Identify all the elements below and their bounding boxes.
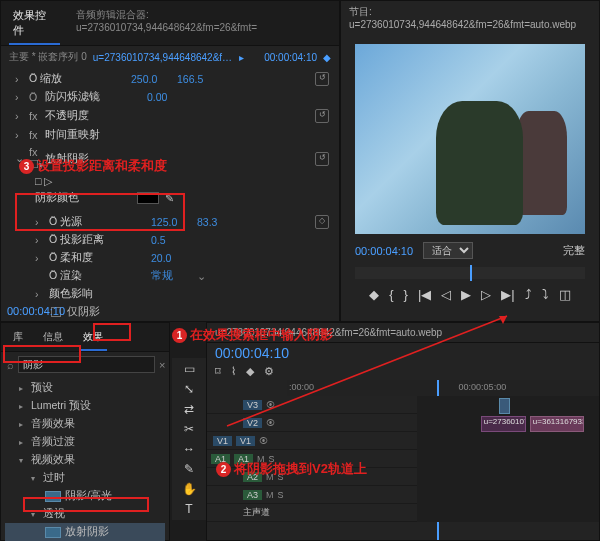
ec-footer-timecode: 00:00:04:10 (7, 305, 65, 317)
track-header-a3[interactable]: A3MS (207, 486, 417, 504)
prop-shadow-color: 阴影颜色 (35, 191, 131, 205)
tab-effects[interactable]: 效果 (79, 327, 107, 351)
callout-3-badge: 3 (19, 159, 34, 174)
go-to-out-icon[interactable]: ▶| (501, 287, 514, 302)
clear-search-icon[interactable]: × (159, 359, 165, 371)
export-frame-icon[interactable]: ◫ (559, 287, 571, 302)
toggle-output-icon[interactable]: ⦿ (266, 418, 275, 428)
selection-tool-icon[interactable]: ▭ (176, 362, 202, 376)
track-header-v1[interactable]: V1V1⦿ (207, 432, 417, 450)
effect-shadow-highlight[interactable]: 阴影/高光 (5, 487, 165, 505)
track-header-v2[interactable]: V2⦿ (207, 414, 417, 432)
clip-name[interactable]: u=2736010734,944648642&fm=26... (93, 52, 233, 63)
render-value[interactable]: 常规 (151, 269, 191, 283)
callout-2-text: 将阴影拖拽到V2轨道上 (234, 460, 367, 478)
settings-icon[interactable]: ⚙ (264, 365, 274, 378)
snap-icon[interactable]: ⌑ (215, 365, 221, 378)
callout-2-badge: 2 (216, 462, 231, 477)
reset-icon[interactable]: ↺ (315, 152, 329, 166)
scale-value-b[interactable]: 166.5 (177, 73, 217, 85)
extract-icon[interactable]: ⤵ (542, 287, 549, 302)
prop-scale[interactable]: Ö 缩放 (29, 72, 125, 86)
preview-scrubber[interactable] (355, 267, 585, 279)
folder-lumetri[interactable]: Lumetri 预设 (5, 397, 165, 415)
keyframe-icon[interactable]: ◇ (315, 215, 329, 229)
effect-timecode: 00:00:04:10 (264, 52, 317, 63)
callout-3-text: 设置投影距离和柔和度 (37, 157, 167, 175)
playhead-icon[interactable] (470, 265, 472, 281)
prop-light-source[interactable]: Ö 光源 (49, 215, 145, 229)
solo-icon[interactable]: S (278, 490, 284, 500)
toolbox: ▭ ⤡ ⇄ ✂ ↔ ✎ ✋ T (172, 358, 206, 520)
tab-info[interactable]: 信息 (39, 327, 67, 351)
preview-image (355, 44, 585, 234)
timeline-clip-v1-b[interactable]: u=3613167933 (530, 416, 585, 432)
playhead-icon[interactable]: ◆ (323, 52, 331, 63)
distance-value[interactable]: 0.5 (151, 234, 191, 246)
lightsource-a[interactable]: 125.0 (151, 216, 191, 228)
step-forward-icon[interactable]: ▷ (481, 287, 491, 302)
mute-icon[interactable]: M (266, 490, 274, 500)
mark-in-icon[interactable]: { (389, 287, 393, 302)
folder-obsolete[interactable]: 过时 (5, 469, 165, 487)
lift-icon[interactable]: ⤴ (525, 287, 532, 302)
type-tool-icon[interactable]: T (176, 502, 202, 516)
tab-library[interactable]: 库 (9, 327, 27, 351)
linked-selection-icon[interactable]: ⌇ (231, 365, 236, 378)
bypass-icons[interactable]: □ ▷ (35, 175, 52, 187)
folder-perspective[interactable]: 透视 (5, 505, 165, 523)
softness-value[interactable]: 20.0 (151, 252, 191, 264)
preview-timecode[interactable]: 00:00:04:10 (355, 245, 413, 257)
flicker-value[interactable]: 0.00 (147, 91, 187, 103)
lightsource-b[interactable]: 83.3 (197, 216, 237, 228)
effect-radial-shadow[interactable]: 放射阴影 (5, 523, 165, 541)
reset-icon[interactable]: ↺ (315, 72, 329, 86)
prop-softness[interactable]: Ö 柔和度 (49, 251, 145, 265)
timeline-track-area[interactable]: u=2736010734 u=3613167933 (417, 396, 599, 522)
prop-color-influence[interactable]: 颜色影响 (49, 287, 145, 301)
tab-audio-mixer[interactable]: 音频剪辑混合器: u=2736010734,944648642&fm=26&fm… (72, 5, 331, 45)
fx-opacity[interactable]: 不透明度 (45, 108, 141, 123)
full-label[interactable]: 完整 (563, 243, 585, 258)
add-marker-icon[interactable]: ◆ (246, 365, 254, 378)
reset-icon[interactable]: ↺ (315, 109, 329, 123)
folder-video-fx[interactable]: 视频效果 (5, 451, 165, 469)
prop-render[interactable]: Ö 渲染 (49, 269, 145, 283)
add-marker-icon[interactable]: ◆ (369, 287, 379, 302)
ruler-tick: 00:00:05:00 (459, 382, 507, 392)
hand-tool-icon[interactable]: ✋ (176, 482, 202, 496)
play-icon[interactable]: ▸ (239, 52, 244, 63)
step-back-icon[interactable]: ◁ (441, 287, 451, 302)
slip-tool-icon[interactable]: ↔ (176, 442, 202, 456)
scale-value-a[interactable]: 250.0 (131, 73, 171, 85)
track-select-tool-icon[interactable]: ⤡ (176, 382, 202, 396)
razor-tool-icon[interactable]: ✂ (176, 422, 202, 436)
tab-effect-controls[interactable]: 效果控件 (9, 5, 60, 45)
timeline-clip-v1-a[interactable]: u=2736010734 (481, 416, 527, 432)
toggle-output-icon[interactable]: ⦿ (266, 400, 275, 410)
color-swatch[interactable] (137, 192, 159, 204)
ripple-tool-icon[interactable]: ⇄ (176, 402, 202, 416)
callout-1-badge: 1 (172, 328, 187, 343)
timeline-timecode[interactable]: 00:00:04:10 (207, 343, 599, 363)
zoom-select[interactable]: 适合 (423, 242, 473, 259)
program-monitor[interactable] (355, 44, 585, 234)
mark-out-icon[interactable]: } (404, 287, 408, 302)
folder-audio-tr[interactable]: 音频过渡 (5, 433, 165, 451)
timeline-clip-v2[interactable] (499, 398, 510, 414)
effects-search-input[interactable] (18, 356, 155, 373)
track-header-v3[interactable]: V3⦿ (207, 396, 417, 414)
search-icon: ⌕ (7, 359, 14, 371)
time-ruler[interactable]: :00:00 00:00:05:00 (287, 380, 599, 396)
pen-tool-icon[interactable]: ✎ (176, 462, 202, 476)
folder-audio-fx[interactable]: 音频效果 (5, 415, 165, 433)
fx-timeremap[interactable]: 时间重映射 (45, 127, 141, 142)
go-to-in-icon[interactable]: |◀ (418, 287, 431, 302)
prop-distance[interactable]: Ö 投影距离 (49, 233, 145, 247)
play-icon[interactable]: ▶ (461, 287, 471, 302)
folder-presets[interactable]: 预设 (5, 379, 165, 397)
track-header-master[interactable]: 主声道 (207, 504, 417, 522)
eyedropper-icon[interactable]: ✎ (165, 192, 175, 204)
toggle-output-icon[interactable]: ⦿ (259, 436, 268, 446)
prop-flicker[interactable]: 防闪烁滤镜 (45, 90, 141, 104)
